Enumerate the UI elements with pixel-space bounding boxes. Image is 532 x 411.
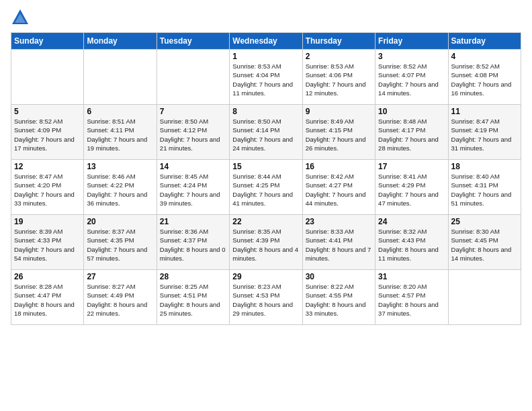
day-info: Sunrise: 8:53 AM Sunset: 4:04 PM Dayligh…	[232, 62, 299, 97]
empty-cell	[157, 50, 229, 105]
column-header-friday: Friday	[375, 33, 448, 50]
day-number: 27	[87, 272, 153, 281]
day-number: 11	[451, 107, 518, 116]
day-number: 22	[232, 217, 299, 226]
page: SundayMondayTuesdayWednesdayThursdayFrid…	[0, 0, 532, 411]
day-info: Sunrise: 8:52 AM Sunset: 4:08 PM Dayligh…	[451, 62, 518, 97]
day-info: Sunrise: 8:27 AM Sunset: 4:49 PM Dayligh…	[87, 282, 153, 318]
empty-cell	[448, 270, 521, 325]
day-cell-13: 13Sunrise: 8:46 AM Sunset: 4:22 PM Dayli…	[84, 160, 157, 215]
day-number: 16	[306, 162, 372, 171]
day-number: 18	[451, 162, 518, 171]
day-cell-2: 2Sunrise: 8:53 AM Sunset: 4:06 PM Daylig…	[302, 50, 375, 105]
day-cell-3: 3Sunrise: 8:52 AM Sunset: 4:07 PM Daylig…	[375, 50, 448, 105]
day-cell-7: 7Sunrise: 8:50 AM Sunset: 4:12 PM Daylig…	[157, 105, 229, 160]
day-info: Sunrise: 8:47 AM Sunset: 4:20 PM Dayligh…	[14, 172, 81, 208]
day-cell-17: 17Sunrise: 8:41 AM Sunset: 4:29 PM Dayli…	[375, 160, 448, 215]
day-number: 7	[160, 107, 226, 116]
day-cell-12: 12Sunrise: 8:47 AM Sunset: 4:20 PM Dayli…	[11, 160, 84, 215]
day-number: 6	[87, 107, 153, 116]
logo	[11, 8, 32, 27]
day-number: 28	[160, 272, 226, 281]
day-info: Sunrise: 8:53 AM Sunset: 4:06 PM Dayligh…	[306, 62, 372, 97]
day-number: 30	[306, 272, 372, 281]
week-row-4: 26Sunrise: 8:28 AM Sunset: 4:47 PM Dayli…	[11, 270, 521, 325]
week-row-0: 1Sunrise: 8:53 AM Sunset: 4:04 PM Daylig…	[11, 50, 521, 105]
day-info: Sunrise: 8:32 AM Sunset: 4:43 PM Dayligh…	[378, 227, 445, 263]
day-number: 29	[232, 272, 299, 281]
day-cell-23: 23Sunrise: 8:33 AM Sunset: 4:41 PM Dayli…	[302, 215, 375, 270]
day-info: Sunrise: 8:50 AM Sunset: 4:12 PM Dayligh…	[160, 117, 226, 152]
day-number: 8	[232, 107, 299, 116]
day-cell-22: 22Sunrise: 8:35 AM Sunset: 4:39 PM Dayli…	[230, 215, 302, 270]
column-header-saturday: Saturday	[448, 33, 521, 50]
day-info: Sunrise: 8:52 AM Sunset: 4:09 PM Dayligh…	[14, 117, 81, 152]
day-cell-27: 27Sunrise: 8:27 AM Sunset: 4:49 PM Dayli…	[84, 270, 157, 325]
day-info: Sunrise: 8:37 AM Sunset: 4:35 PM Dayligh…	[87, 227, 153, 263]
day-info: Sunrise: 8:41 AM Sunset: 4:29 PM Dayligh…	[378, 172, 445, 208]
day-cell-28: 28Sunrise: 8:25 AM Sunset: 4:51 PM Dayli…	[157, 270, 229, 325]
day-info: Sunrise: 8:45 AM Sunset: 4:24 PM Dayligh…	[160, 172, 226, 208]
day-info: Sunrise: 8:23 AM Sunset: 4:53 PM Dayligh…	[232, 282, 299, 318]
day-info: Sunrise: 8:40 AM Sunset: 4:31 PM Dayligh…	[451, 172, 518, 208]
day-cell-30: 30Sunrise: 8:22 AM Sunset: 4:55 PM Dayli…	[302, 270, 375, 325]
day-info: Sunrise: 8:22 AM Sunset: 4:55 PM Dayligh…	[306, 282, 372, 318]
day-number: 21	[160, 217, 226, 226]
day-info: Sunrise: 8:48 AM Sunset: 4:17 PM Dayligh…	[378, 117, 445, 152]
day-cell-31: 31Sunrise: 8:20 AM Sunset: 4:57 PM Dayli…	[375, 270, 448, 325]
day-cell-15: 15Sunrise: 8:44 AM Sunset: 4:25 PM Dayli…	[230, 160, 302, 215]
day-number: 26	[14, 272, 81, 281]
day-cell-8: 8Sunrise: 8:50 AM Sunset: 4:14 PM Daylig…	[230, 105, 302, 160]
day-number: 14	[160, 162, 226, 171]
week-row-1: 5Sunrise: 8:52 AM Sunset: 4:09 PM Daylig…	[11, 105, 521, 160]
day-cell-14: 14Sunrise: 8:45 AM Sunset: 4:24 PM Dayli…	[157, 160, 229, 215]
day-number: 23	[306, 217, 372, 226]
day-info: Sunrise: 8:20 AM Sunset: 4:57 PM Dayligh…	[378, 282, 445, 318]
day-number: 5	[14, 107, 81, 116]
day-cell-29: 29Sunrise: 8:23 AM Sunset: 4:53 PM Dayli…	[230, 270, 302, 325]
day-cell-21: 21Sunrise: 8:36 AM Sunset: 4:37 PM Dayli…	[157, 215, 229, 270]
day-info: Sunrise: 8:51 AM Sunset: 4:11 PM Dayligh…	[87, 117, 153, 152]
logo-icon	[11, 8, 30, 27]
day-cell-19: 19Sunrise: 8:39 AM Sunset: 4:33 PM Dayli…	[11, 215, 84, 270]
day-info: Sunrise: 8:46 AM Sunset: 4:22 PM Dayligh…	[87, 172, 153, 208]
day-info: Sunrise: 8:36 AM Sunset: 4:37 PM Dayligh…	[160, 227, 226, 263]
day-number: 19	[14, 217, 81, 226]
day-cell-4: 4Sunrise: 8:52 AM Sunset: 4:08 PM Daylig…	[448, 50, 521, 105]
day-cell-16: 16Sunrise: 8:42 AM Sunset: 4:27 PM Dayli…	[302, 160, 375, 215]
day-info: Sunrise: 8:25 AM Sunset: 4:51 PM Dayligh…	[160, 282, 226, 318]
day-number: 3	[378, 52, 445, 61]
day-info: Sunrise: 8:44 AM Sunset: 4:25 PM Dayligh…	[232, 172, 299, 208]
day-cell-20: 20Sunrise: 8:37 AM Sunset: 4:35 PM Dayli…	[84, 215, 157, 270]
day-info: Sunrise: 8:49 AM Sunset: 4:15 PM Dayligh…	[306, 117, 372, 152]
day-info: Sunrise: 8:39 AM Sunset: 4:33 PM Dayligh…	[14, 227, 81, 263]
day-number: 1	[232, 52, 299, 61]
empty-cell	[84, 50, 157, 105]
week-row-2: 12Sunrise: 8:47 AM Sunset: 4:20 PM Dayli…	[11, 160, 521, 215]
day-info: Sunrise: 8:50 AM Sunset: 4:14 PM Dayligh…	[232, 117, 299, 152]
week-row-3: 19Sunrise: 8:39 AM Sunset: 4:33 PM Dayli…	[11, 215, 521, 270]
day-info: Sunrise: 8:52 AM Sunset: 4:07 PM Dayligh…	[378, 62, 445, 97]
day-number: 20	[87, 217, 153, 226]
day-info: Sunrise: 8:35 AM Sunset: 4:39 PM Dayligh…	[232, 227, 299, 263]
day-info: Sunrise: 8:28 AM Sunset: 4:47 PM Dayligh…	[14, 282, 81, 318]
day-cell-24: 24Sunrise: 8:32 AM Sunset: 4:43 PM Dayli…	[375, 215, 448, 270]
day-cell-25: 25Sunrise: 8:30 AM Sunset: 4:45 PM Dayli…	[448, 215, 521, 270]
calendar-header-row: SundayMondayTuesdayWednesdayThursdayFrid…	[11, 33, 521, 50]
day-number: 13	[87, 162, 153, 171]
column-header-wednesday: Wednesday	[230, 33, 302, 50]
day-cell-9: 9Sunrise: 8:49 AM Sunset: 4:15 PM Daylig…	[302, 105, 375, 160]
day-number: 9	[306, 107, 372, 116]
day-number: 17	[378, 162, 445, 171]
calendar-table: SundayMondayTuesdayWednesdayThursdayFrid…	[11, 32, 521, 325]
day-info: Sunrise: 8:47 AM Sunset: 4:19 PM Dayligh…	[451, 117, 518, 152]
day-cell-6: 6Sunrise: 8:51 AM Sunset: 4:11 PM Daylig…	[84, 105, 157, 160]
column-header-sunday: Sunday	[11, 33, 84, 50]
day-cell-18: 18Sunrise: 8:40 AM Sunset: 4:31 PM Dayli…	[448, 160, 521, 215]
day-cell-10: 10Sunrise: 8:48 AM Sunset: 4:17 PM Dayli…	[375, 105, 448, 160]
day-number: 12	[14, 162, 81, 171]
empty-cell	[11, 50, 84, 105]
day-cell-5: 5Sunrise: 8:52 AM Sunset: 4:09 PM Daylig…	[11, 105, 84, 160]
day-cell-26: 26Sunrise: 8:28 AM Sunset: 4:47 PM Dayli…	[11, 270, 84, 325]
column-header-tuesday: Tuesday	[157, 33, 229, 50]
